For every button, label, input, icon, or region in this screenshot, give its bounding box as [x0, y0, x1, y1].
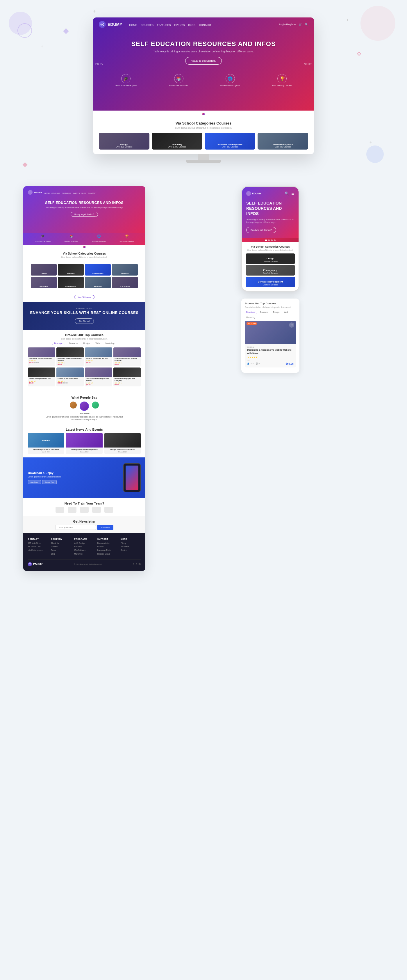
news-card-0[interactable]: Events Upcoming Events in Your Area Marc… — [28, 433, 64, 454]
nav-login[interactable]: Login/Register — [279, 23, 296, 26]
course-card-6[interactable]: Data Visualization Begun with Tableau ★★… — [85, 368, 112, 387]
mobile-cat-photo[interactable]: Photography Over 740 Courses — [245, 265, 295, 275]
small-cat-6[interactable]: Business — [85, 277, 111, 288]
small-nav-blog[interactable]: BLOG — [81, 192, 86, 194]
course-meta-4: $86.00 — [29, 382, 54, 384]
footer-social: f t in — [133, 562, 141, 566]
course-card-5[interactable]: Secrets of the Photo Mafia ★★★★☆ $99.00 … — [56, 368, 84, 387]
small-hero-title: SELF EDUCATION RESOURCES AND INFOS — [28, 201, 141, 205]
newsletter-btn[interactable]: Subscribe — [97, 525, 113, 530]
small-nav-home[interactable]: HOME — [44, 192, 50, 194]
small-cat-7[interactable]: IT & Science — [112, 277, 138, 288]
mobile-hero-sub: Technology is brining a massive wave of … — [246, 218, 295, 224]
mobile-search-icon[interactable]: 🔍 — [285, 191, 289, 196]
hero-next-btn[interactable]: NE XT — [304, 62, 312, 65]
feature-label-3: Best Industry Leaders — [272, 84, 292, 86]
small-nav-courses[interactable]: COURSES — [51, 192, 60, 194]
mobile-menu-icon[interactable]: ☰ — [291, 191, 295, 196]
course-meta-3: $99.00 — [114, 364, 139, 366]
footer-careers[interactable]: Careers — [51, 545, 71, 548]
course-card-2[interactable]: NATH 2: Developing the Next... ★★★★☆ $86… — [85, 347, 112, 366]
small-nav-features[interactable]: FEATURES — [62, 192, 71, 194]
cat-card-design[interactable]: Design Over 500 Courses — [99, 133, 149, 150]
footer-prog-mkt[interactable]: Marketing — [74, 552, 95, 555]
footer-status[interactable]: Release Status — [97, 552, 118, 555]
nav-events[interactable]: EVENTS — [174, 24, 185, 27]
small-hero-btn[interactable]: Ready to get Started? — [71, 212, 98, 217]
small-nav-events[interactable]: EVENTS — [73, 192, 80, 194]
news-card-1[interactable]: Photography Tips for Beginners March 201… — [66, 433, 102, 454]
footer-lang[interactable]: Language Packs — [97, 549, 118, 551]
mobile-hero-btn[interactable]: Ready to get Started? — [246, 227, 276, 233]
mobile-cat-design[interactable]: Design Over 800 Courses — [245, 253, 295, 264]
small-cat-5[interactable]: Photography — [58, 277, 84, 288]
android-btn[interactable]: Google Play — [42, 480, 57, 484]
footer-guides[interactable]: Guides — [120, 549, 141, 551]
footer-blog[interactable]: Blog — [51, 552, 71, 555]
feature-item-1: 📚 Book Library & Store — [169, 74, 188, 86]
nav-features[interactable]: FEATURES — [157, 24, 171, 27]
mobile-tab-design[interactable]: Design — [272, 310, 281, 314]
tab-marketing[interactable]: Marketing — [104, 342, 116, 345]
mobile-cat-name-0: Design — [267, 257, 274, 260]
cat-card-web[interactable]: Web Development Over 500 Courses — [258, 133, 308, 150]
nav-courses[interactable]: COURSES — [141, 24, 154, 27]
small-nav-contact[interactable]: CONTACT — [88, 192, 97, 194]
course-card-7[interactable]: Outdoor Photographs from Everyday ★★★★☆ … — [113, 368, 141, 387]
cart-icon[interactable]: 🛒 — [299, 23, 302, 26]
small-cat-3[interactable]: Web Dev — [112, 264, 138, 275]
course-card-3[interactable]: Sketch - Designing a Product Landing... … — [113, 347, 141, 366]
footer-prog-biz[interactable]: Business — [74, 545, 95, 548]
enhance-cta-btn[interactable]: Get Started — [75, 318, 94, 324]
small-hero-sub: Technology is brining a massive wave of … — [28, 207, 141, 208]
nav-home[interactable]: HOME — [129, 24, 137, 27]
view-all-btn[interactable]: View All Courses — [74, 295, 95, 299]
small-cat-4[interactable]: Marketing — [31, 277, 57, 288]
search-icon[interactable]: 🔍 — [305, 23, 308, 26]
small-feature-0: 🎓 Learn From The Experts — [35, 234, 51, 243]
mobile-tab-business[interactable]: Business — [259, 310, 270, 314]
nav-blog[interactable]: BLOG — [188, 24, 195, 27]
mobile-tab-web[interactable]: Web — [283, 310, 290, 314]
cat-card-sw[interactable]: Software Development Over 350 Courses — [205, 133, 255, 150]
footer-about[interactable]: About Us — [51, 542, 71, 544]
team-logo-2 — [80, 507, 89, 513]
course-card-1[interactable]: Designing a Responsive Mobile Website ★★… — [56, 347, 84, 366]
small-cat-1[interactable]: Teaching — [58, 264, 84, 275]
footer-press[interactable]: Press — [51, 549, 71, 551]
newsletter-input[interactable] — [55, 525, 96, 530]
tab-developer[interactable]: Developer — [52, 342, 65, 345]
instagram-icon[interactable]: in — [138, 562, 141, 566]
footer-pricing[interactable]: Pricing — [120, 542, 141, 544]
footer-api[interactable]: API Status — [120, 545, 141, 548]
twitter-icon[interactable]: t — [136, 562, 137, 566]
mobile-tab-developer[interactable]: Developer — [245, 310, 257, 314]
tab-business[interactable]: Business — [67, 342, 79, 345]
small-cat-2[interactable]: Software Dev — [85, 264, 111, 275]
cat-web-count: Over 500 Courses — [273, 146, 293, 148]
footer-company-title: COMPANY — [51, 538, 71, 540]
course-card-4[interactable]: Project Management for Pros ★★★★☆ $86.00 — [28, 368, 55, 387]
footer-docs[interactable]: Documentation — [97, 542, 118, 544]
facebook-icon[interactable]: f — [133, 562, 134, 566]
tab-design[interactable]: Design — [82, 342, 92, 345]
small-via-title: Via School Categories Courses — [27, 252, 141, 255]
mobile-cat-sw[interactable]: Software Development Over 550 Courses — [245, 277, 295, 287]
mobile-tab-marketing[interactable]: Marketing — [245, 316, 257, 319]
footer-prog-it[interactable]: IT & Software — [74, 549, 95, 551]
mobile-course-card[interactable]: AR TOUR ♡ DESIGN Designing a Responsive … — [245, 321, 296, 368]
footer-logo: EDUMY — [28, 562, 43, 566]
course-card-0[interactable]: Interaction Design Foundation... ★★★★☆ $… — [28, 347, 55, 366]
cat-card-teaching[interactable]: Teaching Over 1,442 Courses — [152, 133, 202, 150]
small-cat-0[interactable]: Design — [31, 264, 57, 275]
footer-forums[interactable]: Forums — [97, 545, 118, 548]
nav-contact[interactable]: CONTACT — [199, 24, 211, 27]
hero-prev-btn[interactable]: PR EV — [95, 62, 103, 65]
news-card-2[interactable]: Design Resources Collection March 2019 — [105, 433, 141, 454]
hero-cta-btn[interactable]: Ready to get Started? — [185, 57, 222, 65]
footer-prog-art[interactable]: Art & Design — [74, 542, 95, 544]
small-cat-label-4: Marketing — [31, 285, 57, 288]
tab-web[interactable]: Web — [94, 342, 101, 345]
ios-btn[interactable]: App Store — [28, 480, 41, 484]
logo-text: EDUMY — [108, 22, 122, 27]
